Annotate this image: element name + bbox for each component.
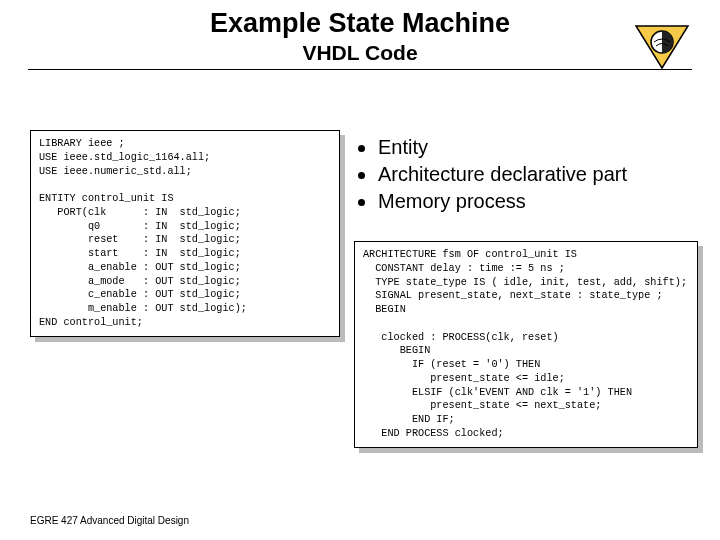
left-column: LIBRARY ieee ; USE ieee.std_logic_1164.a… <box>30 130 340 351</box>
bullet-architecture: Architecture declarative part <box>354 163 698 186</box>
title: Example State Machine <box>0 8 720 39</box>
bullet-memory-process: Memory process <box>354 190 698 213</box>
code-block-entity-wrap: LIBRARY ieee ; USE ieee.std_logic_1164.a… <box>30 130 340 337</box>
code-block-architecture: ARCHITECTURE fsm OF control_unit IS CONS… <box>354 241 698 448</box>
bullet-entity: Entity <box>354 136 698 159</box>
subtitle: VHDL Code <box>0 41 720 65</box>
code-block-entity: LIBRARY ieee ; USE ieee.std_logic_1164.a… <box>30 130 340 337</box>
slide-header: Example State Machine VHDL Code <box>0 0 720 65</box>
footer-text: EGRE 427 Advanced Digital Design <box>30 515 189 526</box>
code-block-arch-wrap: ARCHITECTURE fsm OF control_unit IS CONS… <box>354 241 698 448</box>
bullet-list: Entity Architecture declarative part Mem… <box>354 136 698 213</box>
logo-icon <box>632 22 692 72</box>
right-column: Entity Architecture declarative part Mem… <box>354 130 698 448</box>
content-area: LIBRARY ieee ; USE ieee.std_logic_1164.a… <box>0 70 720 448</box>
